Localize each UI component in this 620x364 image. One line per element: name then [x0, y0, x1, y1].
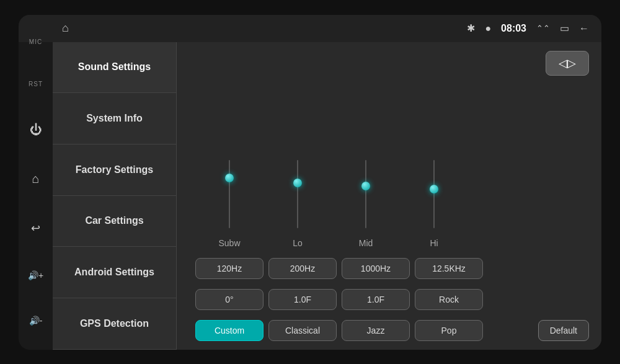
freq-row: 120Hz 200Hz 1000Hz 12.5KHz — [195, 258, 589, 279]
param-rock-button[interactable]: Rock — [415, 289, 483, 310]
sliders-section: Subw Lo — [195, 61, 589, 248]
freq-1000hz-button[interactable]: 1000Hz — [342, 258, 410, 279]
param-row: 0° 1.0F 1.0F Rock — [195, 289, 589, 310]
home-side-icon[interactable]: ⌂ — [32, 172, 39, 186]
slider-mid: Mid — [332, 154, 400, 248]
back-side-icon[interactable]: ↩ — [31, 221, 40, 235]
freq-200hz-button[interactable]: 200Hz — [268, 258, 337, 279]
power-icon[interactable]: ⏻ — [30, 123, 42, 137]
status-right: ✱ ● 08:03 ⌃⌃ ▭ ← — [467, 22, 589, 34]
sidebar-item-android-settings[interactable]: Android Settings — [53, 247, 176, 298]
freq-120hz-button[interactable]: 120Hz — [195, 258, 264, 279]
subw-track-line — [229, 160, 230, 228]
default-button[interactable]: Default — [538, 320, 589, 341]
sidebar-item-gps-detection[interactable]: GPS Detection — [53, 298, 176, 350]
hi-label: Hi — [430, 238, 438, 248]
status-left: ⌂ — [62, 22, 69, 35]
device-frame: MIC RST ⏻ ⌂ ↩ 🔊+ 🔊- ⌂ ✱ ● 08:03 ⌃⌃ ▭ ← S… — [19, 15, 601, 350]
sidebar-item-sound-settings[interactable]: Sound Settings — [53, 42, 176, 94]
nav-up-icon[interactable]: ⌃⌃ — [536, 24, 550, 33]
status-home-icon[interactable]: ⌂ — [62, 22, 69, 35]
slider-subw: Subw — [195, 154, 264, 248]
lo-label: Lo — [293, 238, 303, 248]
side-left-panel: MIC RST ⏻ ⌂ ↩ 🔊+ 🔊- — [19, 15, 53, 350]
mid-thumb[interactable] — [361, 182, 370, 190]
freq-125khz-button[interactable]: 12.5KHz — [415, 258, 483, 279]
eq-icon-button[interactable]: ◁▷ — [546, 51, 589, 76]
sidebar-item-factory-settings[interactable]: Factory Settings — [53, 144, 176, 196]
preset-classical-button[interactable]: Classical — [268, 320, 337, 341]
slider-subw-track[interactable] — [229, 154, 230, 234]
preset-pop-button[interactable]: Pop — [415, 320, 483, 341]
main-content: Sound Settings System Info Factory Setti… — [53, 42, 601, 350]
lo-track-line — [297, 160, 298, 228]
rst-label: RST — [29, 81, 43, 87]
slider-mid-track[interactable] — [365, 154, 366, 234]
nav-screen-icon[interactable]: ▭ — [560, 22, 569, 34]
status-bar: ⌂ ✱ ● 08:03 ⌃⌃ ▭ ← — [19, 15, 601, 42]
subw-label: Subw — [218, 238, 240, 248]
mid-track-line — [365, 160, 366, 228]
sidebar: Sound Settings System Info Factory Setti… — [53, 42, 177, 350]
hi-track-line — [433, 160, 435, 228]
preset-row: Custom Classical Jazz Pop — [195, 320, 589, 341]
slider-lo-track[interactable] — [297, 154, 298, 234]
lo-thumb[interactable] — [293, 179, 302, 187]
bluetooth-icon: ✱ — [467, 22, 475, 34]
dot-icon: ● — [485, 23, 491, 34]
sidebar-item-car-settings[interactable]: Car Settings — [53, 196, 176, 247]
slider-hi: Hi — [400, 154, 468, 248]
param-1f-1-button[interactable]: 1.0F — [268, 289, 337, 310]
mid-label: Mid — [359, 238, 373, 248]
param-1f-2-button[interactable]: 1.0F — [342, 289, 410, 310]
hi-thumb[interactable] — [430, 185, 438, 193]
eq-icon: ◁▷ — [559, 56, 576, 70]
param-0deg-button[interactable]: 0° — [195, 289, 264, 310]
content-area: ◁▷ Subw — [177, 42, 601, 350]
preset-custom-button[interactable]: Custom — [195, 320, 264, 341]
mic-label: MIC — [29, 38, 42, 45]
slider-lo: Lo — [264, 154, 332, 248]
sidebar-item-system-info[interactable]: System Info — [53, 93, 176, 144]
slider-hi-track[interactable] — [433, 154, 435, 234]
subw-thumb[interactable] — [225, 174, 234, 182]
nav-back-icon[interactable]: ← — [579, 23, 589, 34]
vol-up-icon[interactable]: 🔊+ — [28, 270, 43, 280]
preset-jazz-button[interactable]: Jazz — [342, 320, 410, 341]
vol-down-icon[interactable]: 🔊- — [29, 316, 43, 326]
time-display: 08:03 — [501, 23, 526, 34]
